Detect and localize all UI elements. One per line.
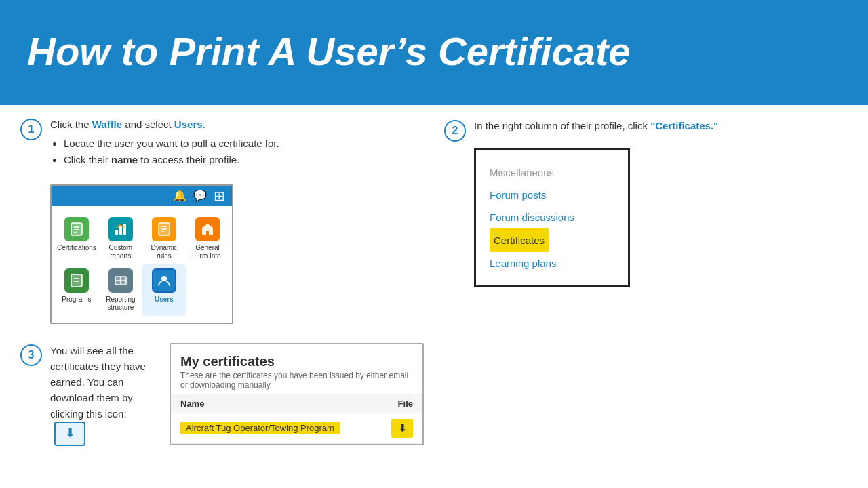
step1-row: 1 Click the Waffle and select Users. Loc…	[20, 117, 424, 168]
profile-menu-mockup: Miscellaneous Forum posts Forum discussi…	[474, 148, 630, 287]
cert-table-row: Aircraft Tug Operator/Towing Program ⬇	[171, 413, 422, 444]
menu-item-certificates-label[interactable]: Certificates	[490, 228, 549, 252]
general-firm-icon	[195, 217, 220, 241]
step1-content: Click the Waffle and select Users. Locat…	[50, 117, 279, 168]
step1-instruction: Click the Waffle and select Users.	[50, 117, 279, 133]
step1-bullets: Locate the user you want to pull a certi…	[64, 136, 279, 168]
mockup-app-grid: Certifications Custom reports Dynamic ru…	[52, 206, 232, 323]
svg-rect-13	[71, 274, 82, 287]
app-empty	[186, 264, 229, 316]
app-custom-reports[interactable]: Custom reports	[99, 213, 142, 264]
menu-section-miscellaneous: Miscellaneous	[490, 161, 614, 184]
step1-text-mid: and select	[122, 119, 174, 130]
app-programs[interactable]: Programs	[54, 264, 99, 316]
users-item-label: Users	[155, 296, 174, 304]
step2-certificates-label: "Certificates."	[650, 120, 718, 131]
step1-waffle-label: Waffle	[92, 119, 122, 130]
certificates-table-mockup: My certificates These are the certificat…	[170, 343, 424, 445]
users-icon	[152, 268, 176, 293]
step1-text-prefix: Click the	[50, 119, 92, 130]
col-name-header: Name	[180, 399, 204, 409]
waffle-icon: ⊞	[214, 188, 225, 204]
step2-instruction: In the right column of their profile, cl…	[474, 119, 718, 134]
custom-reports-label: Custom reports	[102, 244, 140, 260]
programs-icon	[64, 268, 89, 293]
page-header: How to Print A User’s Certificate	[0, 0, 868, 105]
step1-users-label: Users.	[174, 119, 205, 130]
step3-text-col: 3 You will see all the certificates they…	[20, 343, 156, 446]
cert-table-header: My certificates These are the certificat…	[171, 344, 422, 394]
certifications-label: Certifications	[57, 244, 96, 252]
programs-label: Programs	[62, 296, 91, 304]
app-grid-mockup: 🔔 💬 ⊞ Certifications Custom reports	[50, 184, 233, 324]
step2-circle: 2	[444, 120, 466, 142]
main-content: 1 Click the Waffle and select Users. Loc…	[0, 105, 868, 488]
right-column: 2 In the right column of their profile, …	[444, 117, 848, 488]
step1-bullet1: Locate the user you want to pull a certi…	[64, 136, 279, 152]
step1-bullet2: Click their name to access their profile…	[64, 152, 279, 168]
dynamic-rules-icon	[152, 217, 176, 241]
cert-table-subtitle: These are the certificates you have been…	[180, 371, 413, 390]
menu-item-learning-plans[interactable]: Learning plans	[490, 252, 614, 274]
bell-icon: 🔔	[173, 189, 186, 202]
app-reporting[interactable]: Reporting structure	[99, 264, 142, 316]
col-file-header: File	[398, 399, 413, 409]
page-title: How to Print A User’s Certificate	[27, 30, 631, 73]
mockup-topbar: 🔔 💬 ⊞	[52, 186, 232, 206]
cert-table-title: My certificates	[180, 354, 413, 369]
dynamic-rules-label: Dynamic rules	[145, 244, 183, 260]
app-general-firm[interactable]: General Firm Info	[186, 213, 229, 264]
general-firm-label: General Firm Info	[189, 244, 226, 260]
certifications-icon	[64, 217, 89, 241]
cert-table-col-headers: Name File	[171, 394, 422, 413]
menu-item-forum-discussions[interactable]: Forum discussions	[490, 206, 614, 228]
step2-text-prefix: In the right column of their profile, cl…	[474, 120, 650, 131]
custom-reports-icon	[108, 217, 133, 241]
left-column: 1 Click the Waffle and select Users. Loc…	[20, 117, 424, 488]
reporting-label: Reporting structure	[102, 296, 140, 312]
cert-name: Aircraft Tug Operator/Towing Program	[180, 422, 340, 434]
step3-circle: 3	[20, 344, 42, 366]
step3-header: 3 You will see all the certificates they…	[20, 343, 156, 446]
cert-download-button[interactable]: ⬇	[391, 419, 413, 438]
chat-icon: 💬	[193, 189, 207, 202]
svg-rect-0	[71, 223, 82, 235]
menu-item-certificates[interactable]: Certificates	[490, 228, 614, 252]
svg-rect-5	[115, 230, 118, 235]
svg-rect-7	[123, 224, 126, 235]
step2-row: 2 In the right column of their profile, …	[444, 119, 848, 142]
svg-rect-6	[119, 226, 122, 235]
menu-item-forum-posts[interactable]: Forum posts	[490, 184, 614, 206]
step1-circle: 1	[20, 119, 42, 140]
step3-section: 3 You will see all the certificates they…	[20, 343, 424, 446]
download-icon-example: ⬇	[54, 422, 85, 446]
reporting-icon	[108, 268, 133, 293]
app-certifications[interactable]: Certifications	[54, 213, 99, 264]
step3-instruction: You will see all the certificates they h…	[50, 343, 156, 446]
app-dynamic-rules[interactable]: Dynamic rules	[142, 213, 186, 264]
app-users[interactable]: Users	[142, 264, 186, 316]
